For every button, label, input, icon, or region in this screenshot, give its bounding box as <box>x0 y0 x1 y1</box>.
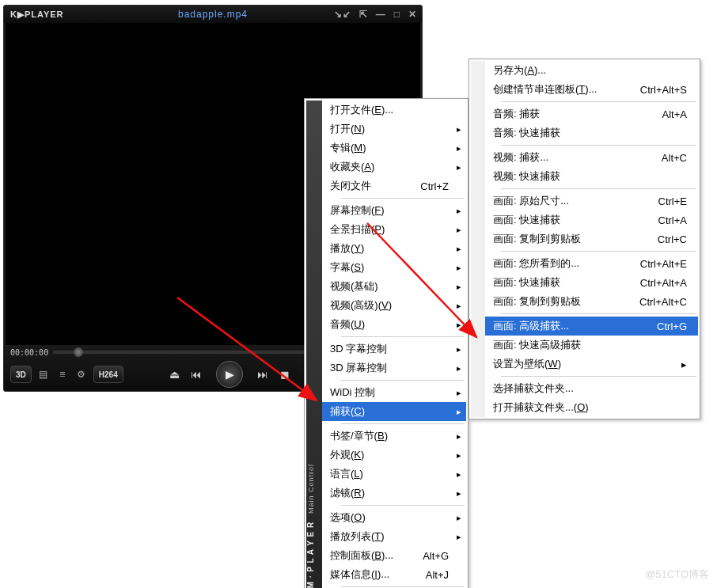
now-playing-filename: badapple.mp4 <box>178 9 248 20</box>
menu-separator <box>501 251 696 252</box>
submenu-item[interactable]: 画面: 复制到剪贴板Ctrl+Alt+C <box>485 292 698 311</box>
seek-handle[interactable] <box>74 347 83 357</box>
menu-sidebar: K · M · P L A Y E R Main Control <box>306 101 322 588</box>
playlist-icon[interactable]: ▤ <box>36 367 51 381</box>
submenu-item[interactable]: 选择捕获文件夹... <box>485 379 698 398</box>
stop-icon[interactable]: ◼ <box>276 368 294 381</box>
submenu-arrow-icon: ▸ <box>457 282 461 292</box>
menu-item[interactable]: 视频(基础)▸ <box>322 277 466 296</box>
submenu-item[interactable]: 画面: 快速捕获Ctrl+A <box>485 211 698 230</box>
menu-item[interactable]: 选项(O)▸ <box>322 508 466 527</box>
menu-item[interactable]: 打开文件(E)... <box>322 101 466 119</box>
dock-icon[interactable]: ⇱ <box>359 9 368 20</box>
submenu-arrow-icon: ▸ <box>457 407 461 417</box>
close-icon[interactable]: ✕ <box>408 9 417 20</box>
menu-item[interactable]: 播放(Y)▸ <box>322 239 466 258</box>
next-icon[interactable]: ⏭ <box>254 368 271 381</box>
badge-3d[interactable]: 3D <box>10 366 32 383</box>
submenu-item[interactable]: 设置为壁纸(W)▸ <box>485 355 698 374</box>
menu-item[interactable]: 外观(K)▸ <box>322 446 466 465</box>
menu-item[interactable]: 语言(L)▸ <box>322 465 466 484</box>
menu-separator <box>501 101 696 102</box>
submenu-arrow-icon: ▸ <box>457 124 461 135</box>
menu-separator <box>501 145 696 146</box>
submenu-arrow-icon: ▸ <box>457 532 461 542</box>
menu-item[interactable]: 3D 屏幕控制▸ <box>322 358 466 377</box>
submenu-item[interactable]: 画面: 您所看到的...Ctrl+Alt+E <box>485 254 698 273</box>
menu-item[interactable]: 媒体信息(I)...Alt+J <box>322 565 466 584</box>
menu-item[interactable]: 字幕(S)▸ <box>322 258 466 277</box>
sidebar-subtitle: Main Control <box>307 464 315 514</box>
submenu-arrow-icon: ▸ <box>457 225 461 235</box>
submenu-arrow-icon: ▸ <box>457 320 461 330</box>
menu-item[interactable]: 视频(高级)(V)▸ <box>322 296 466 315</box>
submenu-item[interactable]: 画面: 复制到剪贴板Ctrl+C <box>485 230 698 248</box>
settings-icon[interactable]: ⚙ <box>74 367 89 381</box>
submenu-arrow-icon: ▸ <box>457 488 461 499</box>
menu-separator <box>341 423 465 424</box>
submenu-arrow-icon: ▸ <box>681 358 687 370</box>
submenu-arrow-icon: ▸ <box>457 363 461 374</box>
submenu-arrow-icon: ▸ <box>457 388 461 398</box>
menu-item[interactable]: 打开(N)▸ <box>322 119 466 138</box>
context-menu-main: K · M · P L A Y E R Main Control 打开文件(E)… <box>304 98 469 588</box>
submenu-item[interactable]: 另存为(A)... <box>485 61 698 80</box>
submenu-arrow-icon: ▸ <box>457 513 461 523</box>
watermark: @51CTO博客 <box>645 567 709 582</box>
submenu-item[interactable]: 视频: 快速捕获 <box>485 167 698 186</box>
maximize-icon[interactable]: □ <box>394 9 400 20</box>
submenu-arrow-icon: ▸ <box>457 244 461 254</box>
submenu-arrow-icon: ▸ <box>457 143 461 154</box>
menu-item[interactable]: 专辑(M)▸ <box>322 138 466 157</box>
submenu-arrow-icon: ▸ <box>457 263 461 273</box>
menu-separator <box>341 505 465 506</box>
menu-item[interactable]: 关闭文件Ctrl+Z <box>322 176 466 195</box>
eject-icon[interactable]: ⏏ <box>165 368 183 381</box>
menu-item[interactable]: 滤镜(R)▸ <box>322 484 466 503</box>
minimize-icon[interactable]: — <box>376 9 386 20</box>
submenu-gutter <box>471 61 485 417</box>
context-menu-capture: 另存为(A)...创建情节串连图板(T)...Ctrl+Alt+S音频: 捕获A… <box>469 59 700 419</box>
menu-item[interactable]: WiDi 控制▸ <box>322 383 466 402</box>
menu-item[interactable]: 音频(U)▸ <box>322 315 466 334</box>
menu-separator <box>341 336 465 337</box>
badge-codec[interactable]: H264 <box>93 366 123 383</box>
app-logo: K▶PLAYER <box>10 9 64 20</box>
submenu-item[interactable]: 创建情节串连图板(T)...Ctrl+Alt+S <box>485 80 698 99</box>
submenu-arrow-icon: ▸ <box>457 469 461 480</box>
submenu-item[interactable]: 视频: 捕获...Alt+C <box>485 148 698 167</box>
submenu-item[interactable]: 画面: 快速捕获Ctrl+Alt+A <box>485 273 698 292</box>
submenu-arrow-icon: ▸ <box>457 162 461 173</box>
menu-separator <box>501 376 696 377</box>
sidebar-brand: K · M · P L A Y E R <box>306 522 315 588</box>
menu-item[interactable]: 全景扫描(P)▸ <box>322 220 466 239</box>
menu-separator <box>341 586 465 587</box>
menu-item[interactable]: 收藏夹(A)▸ <box>322 157 466 176</box>
submenu-arrow-icon: ▸ <box>457 450 461 461</box>
submenu-item[interactable]: 画面: 快速高级捕获 <box>485 336 698 355</box>
submenu-item[interactable]: 画面: 原始尺寸...Ctrl+E <box>485 192 698 211</box>
eq-icon[interactable]: ≡ <box>55 367 70 381</box>
menu-item[interactable]: 捕获(C)▸ <box>322 402 466 421</box>
menu-item[interactable]: 3D 字幕控制▸ <box>322 340 466 358</box>
submenu-arrow-icon: ▸ <box>457 431 461 442</box>
submenu-arrow-icon: ▸ <box>457 301 461 311</box>
menu-separator <box>501 188 696 189</box>
menu-item[interactable]: 播放列表(T)▸ <box>322 527 466 546</box>
prev-icon[interactable]: ⏮ <box>188 368 205 381</box>
menu-separator <box>341 198 465 199</box>
submenu-item[interactable]: 打开捕获文件夹...(O) <box>485 398 698 417</box>
menu-separator <box>341 380 465 381</box>
pin-icon[interactable]: ↘↙ <box>334 9 351 20</box>
titlebar: K▶PLAYER badapple.mp4 ↘↙ ⇱ — □ ✕ <box>4 6 422 23</box>
menu-separator <box>501 313 696 314</box>
play-button[interactable]: ▶ <box>216 361 243 388</box>
menu-item[interactable]: 控制面板(B)...Alt+G <box>322 546 466 565</box>
submenu-item[interactable]: 音频: 捕获Alt+A <box>485 104 698 123</box>
submenu-arrow-icon: ▸ <box>457 344 461 355</box>
menu-item[interactable]: 屏幕控制(F)▸ <box>322 201 466 220</box>
menu-item[interactable]: 书签/章节(B)▸ <box>322 427 466 446</box>
submenu-arrow-icon: ▸ <box>457 206 461 216</box>
submenu-item[interactable]: 画面: 高级捕获...Ctrl+G <box>485 317 698 336</box>
submenu-item[interactable]: 音频: 快速捕获 <box>485 123 698 142</box>
